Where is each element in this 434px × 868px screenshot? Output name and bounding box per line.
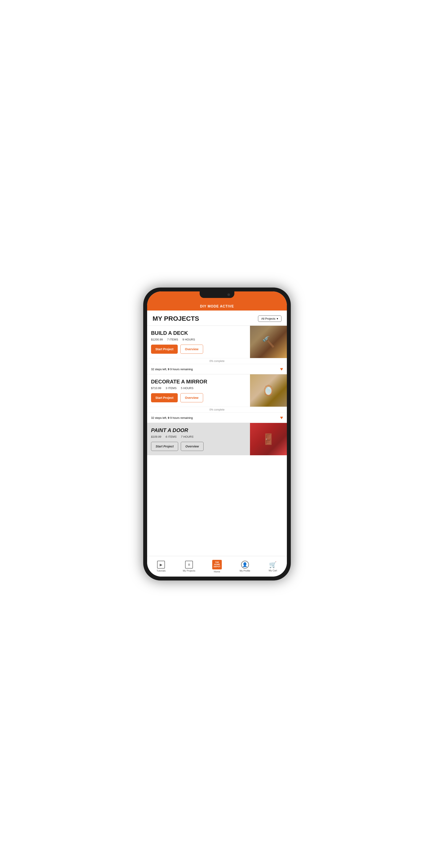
phone-frame: DIY MODE ACTIVE MY PROJECTS All Projects… <box>143 287 291 581</box>
favorite-icon[interactable]: ♥ <box>280 366 283 372</box>
notch-bar <box>147 291 287 302</box>
diy-banner-text: DIY MODE ACTIVE <box>200 305 234 308</box>
nav-item-my-projects[interactable]: ≡ My Projects <box>175 561 203 572</box>
nav-label-home: Home <box>214 570 220 573</box>
page-title-row: MY PROJECTS All Projects ▾ <box>147 315 287 326</box>
nav-item-my-profile[interactable]: 👤 My Profile <box>231 561 259 572</box>
nav-label-my-profile: My Profile <box>240 569 250 572</box>
my-cart-icon: 🛒 <box>269 561 277 568</box>
filter-label: All Projects <box>261 317 275 320</box>
project-title: PAINT A DOOR <box>151 427 246 433</box>
filter-dropdown[interactable]: All Projects ▾ <box>258 315 281 322</box>
notch-cutout <box>199 291 235 298</box>
header-spacer <box>147 311 287 315</box>
my-profile-icon: 👤 <box>241 561 249 568</box>
start-project-button[interactable]: Start Project <box>151 442 178 451</box>
project-info: PAINT A DOOR $109.99 6 ITEMS 7 HOURS Sta… <box>147 423 250 455</box>
project-meta: $1200.99 7 ITEMS 9 HOURS <box>151 338 246 341</box>
project-card-build-a-deck: BUILD A DECK $1200.99 7 ITEMS 9 HOURS St… <box>147 326 287 374</box>
project-top: BUILD A DECK $1200.99 7 ITEMS 9 HOURS St… <box>147 326 287 358</box>
project-image-mirror <box>250 374 287 407</box>
overview-button[interactable]: Overview <box>180 345 203 354</box>
project-info: BUILD A DECK $1200.99 7 ITEMS 9 HOURS St… <box>147 326 250 358</box>
progress-text: 0% complete <box>209 408 224 411</box>
project-items: 6 ITEMS <box>165 435 177 438</box>
home-depot-logo: THEHOMEDEPOT <box>212 560 222 569</box>
project-items: 7 ITEMS <box>167 338 178 341</box>
project-hours: 7 HOURS <box>181 435 193 438</box>
nav-item-home[interactable]: THEHOMEDEPOT Home <box>203 560 231 573</box>
project-price: $1200.99 <box>151 338 163 341</box>
nav-label-my-cart: My Cart <box>269 569 277 572</box>
overview-button[interactable]: Overview <box>181 442 203 451</box>
progress-bar-row: 0% complete <box>147 358 287 364</box>
project-image-door <box>250 423 287 455</box>
project-price: $109.99 <box>151 435 161 438</box>
favorite-icon[interactable]: ♥ <box>280 415 283 421</box>
project-top: DECORATE A MIRROR $710.99 3 ITEMS 5 HOUR… <box>147 374 287 407</box>
project-image-deck <box>250 326 287 358</box>
project-hours: 9 HOURS <box>183 338 195 341</box>
project-items: 3 ITEMS <box>165 386 177 390</box>
diy-mode-banner: DIY MODE ACTIVE <box>147 302 287 311</box>
nav-item-tutorials[interactable]: ▶ Tutorials <box>147 561 175 572</box>
tutorials-icon: ▶ <box>157 561 165 568</box>
bottom-nav: ▶ Tutorials ≡ My Projects THEHOMEDEPOT H… <box>147 556 287 577</box>
project-buttons: Start Project Overview <box>151 442 246 451</box>
nav-label-tutorials: Tutorials <box>157 569 166 572</box>
project-title: BUILD A DECK <box>151 330 246 336</box>
page-title: MY PROJECTS <box>153 315 199 322</box>
progress-text: 0% complete <box>209 360 224 363</box>
steps-text: 32 steps left, 9 9 hours remaining <box>151 416 193 420</box>
project-price: $710.99 <box>151 386 161 390</box>
start-project-button[interactable]: Start Project <box>151 345 178 354</box>
my-projects-icon: ≡ <box>185 561 193 568</box>
project-hours: 5 HOURS <box>181 386 193 390</box>
projects-scroll-area: BUILD A DECK $1200.99 7 ITEMS 9 HOURS St… <box>147 326 287 556</box>
project-meta: $109.99 6 ITEMS 7 HOURS <box>151 435 246 438</box>
nav-label-my-projects: My Projects <box>183 569 195 572</box>
steps-text: 32 steps left, 9 9 hours remaining <box>151 368 193 371</box>
project-meta: $710.99 3 ITEMS 5 HOURS <box>151 386 246 390</box>
chevron-down-icon: ▾ <box>277 317 278 320</box>
progress-bar-row: 0% complete <box>147 407 287 412</box>
project-title: DECORATE A MIRROR <box>151 379 246 385</box>
overview-button[interactable]: Overview <box>180 393 203 402</box>
nav-item-my-cart[interactable]: 🛒 My Cart <box>259 561 287 572</box>
project-info: DECORATE A MIRROR $710.99 3 ITEMS 5 HOUR… <box>147 374 250 407</box>
project-card-paint-a-door: PAINT A DOOR $109.99 6 ITEMS 7 HOURS Sta… <box>147 423 287 455</box>
project-top: PAINT A DOOR $109.99 6 ITEMS 7 HOURS Sta… <box>147 423 287 455</box>
project-buttons: Start Project Overview <box>151 393 246 402</box>
project-buttons: Start Project Overview <box>151 345 246 354</box>
phone-screen: DIY MODE ACTIVE MY PROJECTS All Projects… <box>147 291 287 577</box>
steps-row: 32 steps left, 9 9 hours remaining ♥ <box>147 412 287 423</box>
camera-dot <box>227 293 230 296</box>
project-card-decorate-a-mirror: DECORATE A MIRROR $710.99 3 ITEMS 5 HOUR… <box>147 374 287 423</box>
steps-row: 32 steps left, 9 9 hours remaining ♥ <box>147 364 287 374</box>
start-project-button[interactable]: Start Project <box>151 393 178 402</box>
